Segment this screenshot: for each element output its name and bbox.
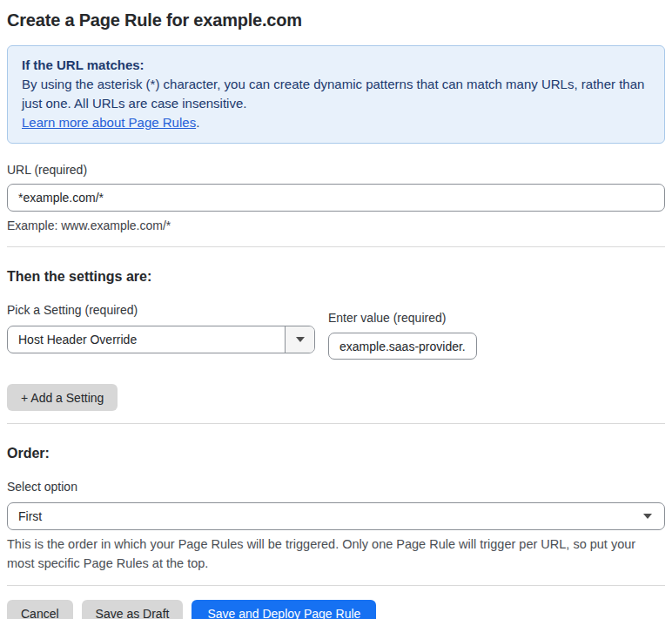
- order-select-label: Select option: [7, 480, 665, 495]
- learn-more-link[interactable]: Learn more about Page Rules: [22, 115, 196, 130]
- add-setting-button[interactable]: + Add a Setting: [7, 384, 118, 411]
- footer-actions: Cancel Save as Draft Save and Deploy Pag…: [7, 600, 665, 619]
- setting-picker-arrow-segment[interactable]: [285, 326, 314, 353]
- setting-picker-column: Pick a Setting (required) Host Header Ov…: [7, 303, 315, 353]
- order-section-heading: Order:: [7, 445, 665, 462]
- info-box-heading: If the URL matches:: [22, 56, 650, 75]
- url-field-label: URL (required): [7, 163, 665, 178]
- cancel-button[interactable]: Cancel: [7, 600, 73, 619]
- order-select-value: First: [18, 509, 643, 523]
- order-helper-text: This is the order in which your Page Rul…: [7, 535, 660, 573]
- save-deploy-button[interactable]: Save and Deploy Page Rule: [192, 600, 376, 619]
- chevron-down-icon: [643, 514, 652, 519]
- divider: [7, 423, 665, 424]
- setting-picker-label: Pick a Setting (required): [7, 303, 315, 318]
- order-select-wrap: First: [7, 502, 665, 530]
- setting-value-input[interactable]: [328, 333, 477, 360]
- setting-picker-value: Host Header Override: [8, 333, 285, 347]
- settings-row: Pick a Setting (required) Host Header Ov…: [7, 303, 665, 360]
- setting-value-column: Enter value (required): [328, 311, 477, 360]
- setting-value-label: Enter value (required): [328, 311, 477, 326]
- settings-section-heading: Then the settings are:: [7, 268, 665, 286]
- setting-value-wrap: [328, 333, 477, 360]
- url-example-helper: Example: www.example.com/*: [7, 218, 665, 234]
- url-match-info-box: If the URL matches: By using the asteris…: [7, 45, 665, 144]
- info-box-link-line: Learn more about Page Rules.: [22, 113, 650, 132]
- save-draft-button[interactable]: Save as Draft: [82, 600, 184, 619]
- order-select[interactable]: First: [7, 502, 665, 530]
- divider: [7, 246, 665, 247]
- info-box-body: By using the asterisk (*) character, you…: [22, 75, 650, 113]
- setting-picker-select[interactable]: Host Header Override: [7, 326, 315, 353]
- divider: [7, 585, 665, 586]
- page-title: Create a Page Rule for example.com: [7, 9, 665, 31]
- url-input[interactable]: [7, 184, 665, 212]
- chevron-down-icon: [296, 337, 305, 342]
- url-input-wrap: [7, 184, 665, 212]
- link-period: .: [196, 115, 199, 130]
